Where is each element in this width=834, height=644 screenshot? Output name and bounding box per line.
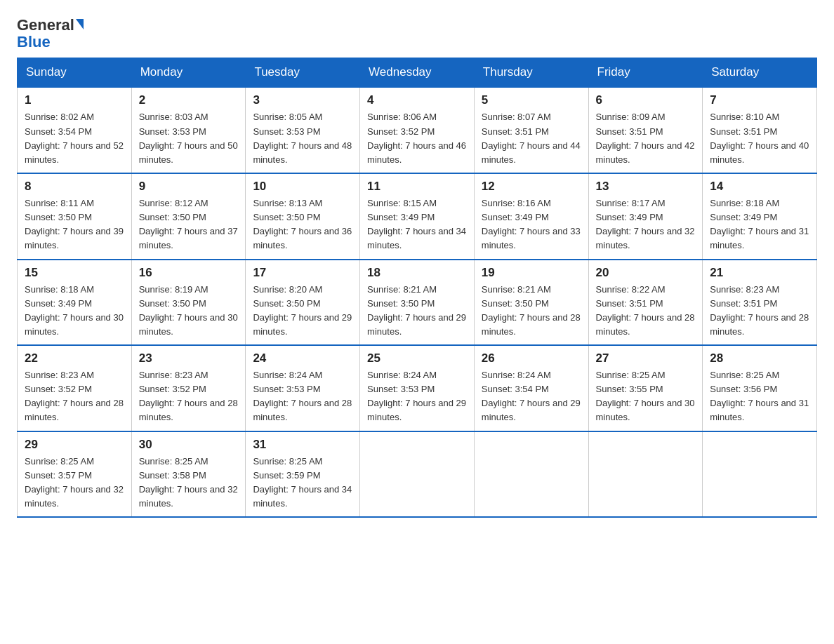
calendar-table: SundayMondayTuesdayWednesdayThursdayFrid… (17, 58, 817, 518)
day-number: 6 (596, 93, 696, 107)
day-info: Sunrise: 8:25 AMSunset: 3:58 PMDaylight:… (139, 455, 239, 511)
calendar-cell: 29Sunrise: 8:25 AMSunset: 3:57 PMDayligh… (18, 431, 132, 518)
day-info: Sunrise: 8:18 AMSunset: 3:49 PMDaylight:… (25, 283, 124, 340)
calendar-cell: 16Sunrise: 8:19 AMSunset: 3:50 PMDayligh… (131, 260, 246, 346)
calendar-cell (588, 431, 703, 518)
column-header-saturday: Saturday (703, 58, 817, 88)
calendar-cell: 4Sunrise: 8:06 AMSunset: 3:52 PMDaylight… (360, 87, 475, 173)
week-row-2: 8Sunrise: 8:11 AMSunset: 3:50 PMDaylight… (18, 173, 817, 260)
day-info: Sunrise: 8:19 AMSunset: 3:50 PMDaylight:… (139, 283, 239, 340)
day-number: 29 (25, 438, 124, 452)
day-number: 7 (710, 93, 809, 107)
column-header-tuesday: Tuesday (246, 58, 360, 88)
calendar-cell: 30Sunrise: 8:25 AMSunset: 3:58 PMDayligh… (131, 431, 246, 518)
day-number: 28 (710, 351, 809, 365)
week-row-4: 22Sunrise: 8:23 AMSunset: 3:52 PMDayligh… (18, 345, 817, 431)
day-info: Sunrise: 8:02 AMSunset: 3:54 PMDaylight:… (25, 110, 124, 167)
calendar-cell: 2Sunrise: 8:03 AMSunset: 3:53 PMDaylight… (131, 87, 246, 173)
calendar-cell: 11Sunrise: 8:15 AMSunset: 3:49 PMDayligh… (360, 173, 475, 260)
calendar-header-row: SundayMondayTuesdayWednesdayThursdayFrid… (18, 58, 817, 88)
day-info: Sunrise: 8:25 AMSunset: 3:56 PMDaylight:… (710, 368, 809, 425)
calendar-cell: 21Sunrise: 8:23 AMSunset: 3:51 PMDayligh… (703, 260, 817, 346)
column-header-friday: Friday (588, 58, 703, 88)
day-number: 18 (367, 266, 467, 280)
day-info: Sunrise: 8:13 AMSunset: 3:50 PMDaylight:… (253, 196, 352, 253)
column-header-monday: Monday (131, 58, 246, 88)
calendar-cell: 26Sunrise: 8:24 AMSunset: 3:54 PMDayligh… (474, 345, 588, 431)
day-number: 16 (139, 266, 239, 280)
day-number: 26 (482, 351, 581, 365)
day-info: Sunrise: 8:21 AMSunset: 3:50 PMDaylight:… (367, 283, 467, 340)
day-info: Sunrise: 8:12 AMSunset: 3:50 PMDaylight:… (139, 196, 239, 253)
day-info: Sunrise: 8:16 AMSunset: 3:49 PMDaylight:… (482, 196, 581, 253)
calendar-cell: 22Sunrise: 8:23 AMSunset: 3:52 PMDayligh… (18, 345, 132, 431)
day-number: 19 (482, 266, 581, 280)
day-number: 8 (25, 180, 124, 194)
calendar-cell: 1Sunrise: 8:02 AMSunset: 3:54 PMDaylight… (18, 87, 132, 173)
calendar-cell: 18Sunrise: 8:21 AMSunset: 3:50 PMDayligh… (360, 260, 475, 346)
day-info: Sunrise: 8:09 AMSunset: 3:51 PMDaylight:… (596, 110, 696, 167)
calendar-cell: 3Sunrise: 8:05 AMSunset: 3:53 PMDaylight… (246, 87, 360, 173)
calendar-cell: 25Sunrise: 8:24 AMSunset: 3:53 PMDayligh… (360, 345, 475, 431)
day-number: 14 (710, 180, 809, 194)
week-row-1: 1Sunrise: 8:02 AMSunset: 3:54 PMDaylight… (18, 87, 817, 173)
day-number: 9 (139, 180, 239, 194)
calendar-cell: 6Sunrise: 8:09 AMSunset: 3:51 PMDaylight… (588, 87, 703, 173)
logo-general-text: General (17, 16, 74, 34)
day-number: 2 (139, 93, 239, 107)
day-number: 11 (367, 180, 467, 194)
week-row-3: 15Sunrise: 8:18 AMSunset: 3:49 PMDayligh… (18, 260, 817, 346)
calendar-cell: 31Sunrise: 8:25 AMSunset: 3:59 PMDayligh… (246, 431, 360, 518)
day-info: Sunrise: 8:11 AMSunset: 3:50 PMDaylight:… (25, 196, 124, 253)
week-row-5: 29Sunrise: 8:25 AMSunset: 3:57 PMDayligh… (18, 431, 817, 518)
day-number: 22 (25, 351, 124, 365)
day-number: 20 (596, 266, 696, 280)
day-info: Sunrise: 8:18 AMSunset: 3:49 PMDaylight:… (710, 196, 809, 253)
day-info: Sunrise: 8:24 AMSunset: 3:53 PMDaylight:… (253, 368, 352, 425)
day-number: 13 (596, 180, 696, 194)
column-header-thursday: Thursday (474, 58, 588, 88)
day-number: 27 (596, 351, 696, 365)
day-info: Sunrise: 8:24 AMSunset: 3:54 PMDaylight:… (482, 368, 581, 425)
logo-blue-text: Blue (17, 33, 51, 51)
day-number: 21 (710, 266, 809, 280)
calendar-cell: 9Sunrise: 8:12 AMSunset: 3:50 PMDaylight… (131, 173, 246, 260)
column-header-sunday: Sunday (18, 58, 132, 88)
day-info: Sunrise: 8:23 AMSunset: 3:51 PMDaylight:… (710, 283, 809, 340)
day-number: 31 (253, 438, 352, 452)
calendar-cell: 13Sunrise: 8:17 AMSunset: 3:49 PMDayligh… (588, 173, 703, 260)
day-number: 10 (253, 180, 352, 194)
calendar-cell: 24Sunrise: 8:24 AMSunset: 3:53 PMDayligh… (246, 345, 360, 431)
day-info: Sunrise: 8:21 AMSunset: 3:50 PMDaylight:… (482, 283, 581, 340)
day-number: 3 (253, 93, 352, 107)
day-info: Sunrise: 8:25 AMSunset: 3:55 PMDaylight:… (596, 368, 696, 425)
calendar-cell: 8Sunrise: 8:11 AMSunset: 3:50 PMDaylight… (18, 173, 132, 260)
day-number: 15 (25, 266, 124, 280)
day-info: Sunrise: 8:06 AMSunset: 3:52 PMDaylight:… (367, 110, 467, 167)
day-info: Sunrise: 8:23 AMSunset: 3:52 PMDaylight:… (25, 368, 124, 425)
calendar-cell: 10Sunrise: 8:13 AMSunset: 3:50 PMDayligh… (246, 173, 360, 260)
calendar-cell: 7Sunrise: 8:10 AMSunset: 3:51 PMDaylight… (703, 87, 817, 173)
calendar-cell: 19Sunrise: 8:21 AMSunset: 3:50 PMDayligh… (474, 260, 588, 346)
calendar-cell (703, 431, 817, 518)
day-info: Sunrise: 8:05 AMSunset: 3:53 PMDaylight:… (253, 110, 352, 167)
day-number: 12 (482, 180, 581, 194)
calendar-cell: 28Sunrise: 8:25 AMSunset: 3:56 PMDayligh… (703, 345, 817, 431)
day-number: 17 (253, 266, 352, 280)
calendar-cell (360, 431, 475, 518)
day-info: Sunrise: 8:15 AMSunset: 3:49 PMDaylight:… (367, 196, 467, 253)
calendar-cell: 27Sunrise: 8:25 AMSunset: 3:55 PMDayligh… (588, 345, 703, 431)
calendar-cell: 15Sunrise: 8:18 AMSunset: 3:49 PMDayligh… (18, 260, 132, 346)
calendar-cell (474, 431, 588, 518)
calendar-cell: 5Sunrise: 8:07 AMSunset: 3:51 PMDaylight… (474, 87, 588, 173)
page-header: General Blue (17, 17, 817, 51)
day-info: Sunrise: 8:03 AMSunset: 3:53 PMDaylight:… (139, 110, 239, 167)
day-number: 30 (139, 438, 239, 452)
day-number: 25 (367, 351, 467, 365)
day-info: Sunrise: 8:24 AMSunset: 3:53 PMDaylight:… (367, 368, 467, 425)
day-number: 23 (139, 351, 239, 365)
logo-arrow-icon (76, 19, 84, 29)
calendar-cell: 14Sunrise: 8:18 AMSunset: 3:49 PMDayligh… (703, 173, 817, 260)
day-info: Sunrise: 8:22 AMSunset: 3:51 PMDaylight:… (596, 283, 696, 340)
logo: General Blue (17, 17, 84, 51)
